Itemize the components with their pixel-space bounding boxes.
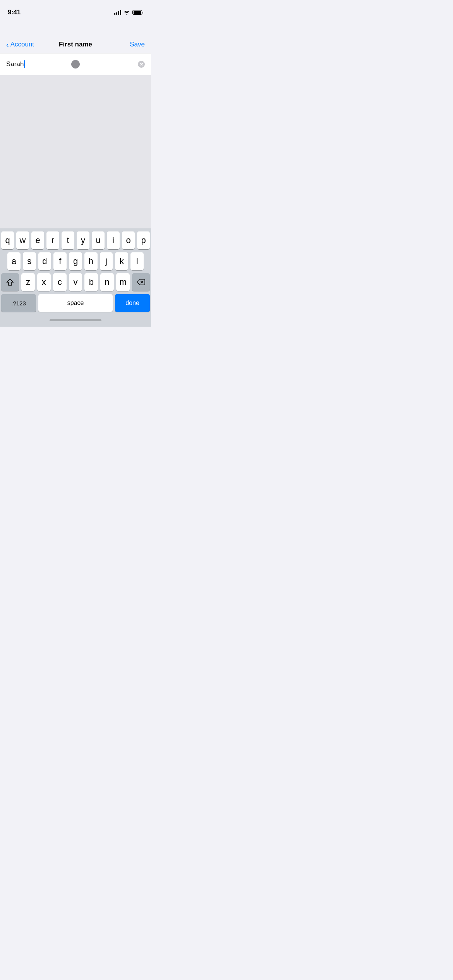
input-row: Sarah — [0, 53, 151, 75]
key-i[interactable]: i — [107, 231, 120, 249]
key-z[interactable]: z — [21, 273, 35, 291]
keyboard-row-2: a s d f g h j k l — [1, 252, 150, 270]
shift-key[interactable] — [1, 273, 19, 291]
done-key[interactable]: done — [115, 294, 150, 312]
key-c[interactable]: c — [53, 273, 67, 291]
key-e[interactable]: e — [31, 231, 44, 249]
key-u[interactable]: u — [92, 231, 105, 249]
key-y[interactable]: y — [77, 231, 89, 249]
key-l[interactable]: l — [130, 252, 144, 270]
back-label: Account — [10, 41, 34, 48]
save-button[interactable]: Save — [130, 41, 145, 48]
content-area — [0, 75, 151, 228]
key-g[interactable]: g — [69, 252, 82, 270]
key-m[interactable]: m — [116, 273, 130, 291]
keyboard-row-4: .?123 space done — [1, 294, 150, 312]
chevron-left-icon: ‹ — [6, 41, 9, 48]
key-o[interactable]: o — [122, 231, 135, 249]
battery-icon — [132, 10, 143, 15]
key-x[interactable]: x — [37, 273, 51, 291]
key-q[interactable]: q — [1, 231, 14, 249]
status-icons — [114, 10, 143, 15]
key-s[interactable]: s — [23, 252, 36, 270]
key-h[interactable]: h — [84, 252, 98, 270]
key-k[interactable]: k — [115, 252, 128, 270]
status-time: 9:41 — [8, 9, 21, 16]
numbers-key[interactable]: .?123 — [1, 294, 36, 312]
signal-icon — [114, 10, 121, 15]
key-w[interactable]: w — [16, 231, 29, 249]
key-r[interactable]: r — [46, 231, 59, 249]
input-value: Sarah — [6, 60, 24, 68]
key-f[interactable]: f — [53, 252, 67, 270]
key-n[interactable]: n — [100, 273, 114, 291]
home-indicator-bar — [50, 319, 101, 321]
key-j[interactable]: j — [100, 252, 113, 270]
keyboard-row-1: q w e r t y u i o p — [1, 231, 150, 249]
home-indicator-area — [0, 314, 151, 327]
back-button[interactable]: ‹ Account — [6, 41, 34, 48]
nav-bar: ‹ Account First name Save — [0, 19, 151, 53]
keyboard-row-3: z x c v b n m — [1, 273, 150, 291]
key-p[interactable]: p — [137, 231, 150, 249]
space-key[interactable]: space — [38, 294, 113, 312]
key-d[interactable]: d — [38, 252, 51, 270]
drag-handle[interactable] — [71, 60, 80, 69]
status-bar: 9:41 — [0, 0, 151, 19]
keyboard: q w e r t y u i o p a s d f g h j k l — [0, 228, 151, 314]
text-cursor — [24, 60, 25, 68]
clear-button[interactable] — [138, 61, 145, 68]
key-t[interactable]: t — [62, 231, 74, 249]
key-b[interactable]: b — [84, 273, 98, 291]
page-title: First name — [59, 41, 92, 48]
key-a[interactable]: a — [7, 252, 21, 270]
key-v[interactable]: v — [69, 273, 82, 291]
delete-key[interactable] — [132, 273, 150, 291]
wifi-icon — [124, 10, 130, 15]
